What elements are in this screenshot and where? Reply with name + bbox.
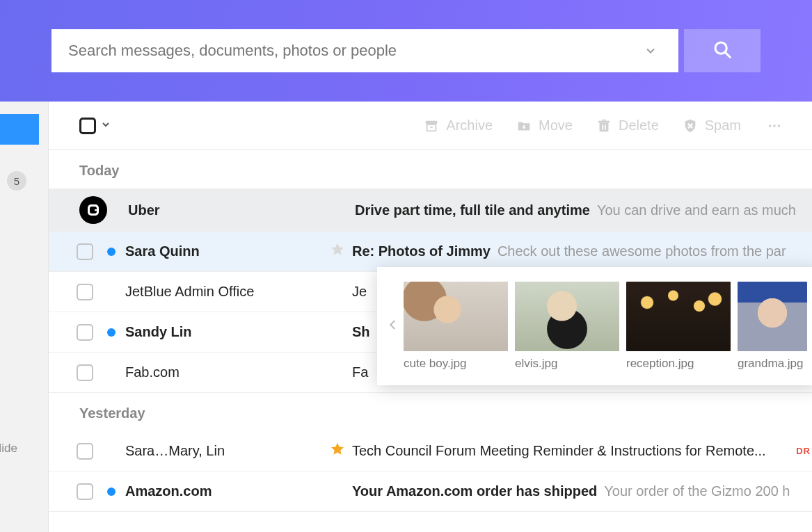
star-button[interactable] xyxy=(327,442,348,460)
message-sender: Fab.com xyxy=(125,364,327,380)
chevron-down-icon[interactable] xyxy=(100,119,111,133)
list-toolbar: Archive Move Delete xyxy=(49,102,812,150)
unread-spacer xyxy=(107,447,116,456)
attachment-filename: reception.jpg xyxy=(626,357,731,371)
delete-label: Delete xyxy=(619,118,659,134)
attachment-filename: elvis.jpg xyxy=(515,357,619,371)
message-sender: JetBlue Admin Office xyxy=(125,284,327,300)
search-icon xyxy=(712,39,733,63)
message-sender: Sandy Lin xyxy=(125,324,327,340)
archive-button[interactable]: Archive xyxy=(424,118,493,134)
message-row[interactable]: Sara Quinn Re: Photos of JimmyCheck out … xyxy=(49,232,812,272)
spam-label: Spam xyxy=(705,118,741,134)
section-header-today: Today xyxy=(49,150,812,188)
svg-rect-17 xyxy=(95,209,98,211)
chevron-down-icon[interactable] xyxy=(639,44,662,58)
svg-rect-7 xyxy=(602,119,606,120)
message-row[interactable]: Sara…Mary, Lin Tech Council Forum Meetin… xyxy=(49,431,812,471)
shield-icon xyxy=(683,118,698,134)
sidebar-active-indicator[interactable] xyxy=(0,114,39,145)
svg-rect-2 xyxy=(426,120,438,124)
preview-prev-button[interactable] xyxy=(383,314,404,338)
message-subject: Tech Council Forum Meeting Reminder & In… xyxy=(352,443,788,459)
unread-spacer xyxy=(107,288,116,296)
message-subject: Drive part time, full tile and anytimeYo… xyxy=(355,202,812,218)
message-subject: Re: Photos of JimmyCheck out these aweso… xyxy=(352,243,812,259)
row-checkbox[interactable] xyxy=(77,443,93,460)
sidebar: 5 Hide xyxy=(0,102,49,532)
thumbnail-image xyxy=(738,282,807,351)
chevron-left-icon xyxy=(387,314,399,338)
toolbar-actions: Archive Move Delete xyxy=(424,118,812,134)
message-sender: Amazon.com xyxy=(125,483,327,499)
message-row[interactable]: Amazon.com Your Amazon.com order has shi… xyxy=(49,471,812,512)
section-header-yesterday: Yesterday xyxy=(49,393,812,431)
attachment-thumb[interactable]: reception.jpg xyxy=(626,282,731,371)
select-all-checkbox[interactable] xyxy=(79,118,96,134)
delete-button[interactable]: Delete xyxy=(596,118,659,134)
row-checkbox[interactable] xyxy=(77,364,93,381)
svg-point-13 xyxy=(773,124,776,127)
message-sender: Sara…Mary, Lin xyxy=(125,443,327,459)
message-sender: Uber xyxy=(128,202,330,218)
thumbnail-image xyxy=(515,282,619,351)
thumbnail-image xyxy=(626,282,731,351)
star-button[interactable] xyxy=(327,242,348,261)
search-button[interactable] xyxy=(684,29,761,72)
message-row-ad[interactable]: Uber Drive part time, full tile and anyt… xyxy=(49,188,812,232)
attachment-filename: cute boy.jpg xyxy=(404,357,508,371)
unread-dot-icon xyxy=(107,248,116,256)
row-checkbox[interactable] xyxy=(77,324,93,341)
svg-rect-6 xyxy=(598,120,610,122)
svg-line-1 xyxy=(725,52,730,57)
message-subject: Your Amazon.com order has shippedYour or… xyxy=(352,483,812,499)
attachment-preview-popover: cute boy.jpg elvis.jpg reception.jpg gra… xyxy=(377,267,812,385)
unread-dot-icon xyxy=(107,487,116,496)
uber-avatar-icon xyxy=(79,196,107,224)
svg-rect-5 xyxy=(600,122,609,131)
svg-point-14 xyxy=(778,124,781,127)
search-wrap xyxy=(51,29,761,72)
move-label: Move xyxy=(539,118,573,134)
attachment-filename: grandma.jpg xyxy=(738,357,807,371)
row-checkbox[interactable] xyxy=(77,284,93,300)
more-button[interactable] xyxy=(765,118,784,134)
unread-spacer xyxy=(107,369,116,377)
more-icon xyxy=(765,118,784,134)
draft-badge: DR xyxy=(796,446,812,456)
select-all[interactable] xyxy=(79,118,111,134)
message-sender: Sara Quinn xyxy=(125,243,327,259)
thumbnail-image xyxy=(404,282,508,351)
attachment-thumb[interactable]: cute boy.jpg xyxy=(404,282,508,371)
svg-point-12 xyxy=(769,124,772,127)
move-button[interactable]: Move xyxy=(516,118,573,134)
trash-icon xyxy=(596,118,612,134)
search-input[interactable] xyxy=(68,42,639,60)
star-outline-icon xyxy=(330,242,345,261)
sidebar-count-badge[interactable]: 5 xyxy=(7,171,26,191)
sidebar-hide-button[interactable]: Hide xyxy=(0,442,17,456)
search-box[interactable] xyxy=(51,29,678,72)
archive-label: Archive xyxy=(446,118,493,134)
attachment-thumbs: cute boy.jpg elvis.jpg reception.jpg gra… xyxy=(404,277,812,375)
archive-icon xyxy=(424,118,439,134)
unread-dot-icon xyxy=(107,328,116,337)
attachment-thumb[interactable]: grandma.jpg xyxy=(738,282,807,371)
row-checkbox[interactable] xyxy=(77,483,93,500)
attachment-thumb[interactable]: elvis.jpg xyxy=(515,282,619,371)
star-filled-icon xyxy=(330,442,345,460)
top-search-bar xyxy=(0,0,812,102)
spam-button[interactable]: Spam xyxy=(683,118,741,134)
row-checkbox[interactable] xyxy=(77,243,93,260)
move-icon xyxy=(516,118,532,134)
